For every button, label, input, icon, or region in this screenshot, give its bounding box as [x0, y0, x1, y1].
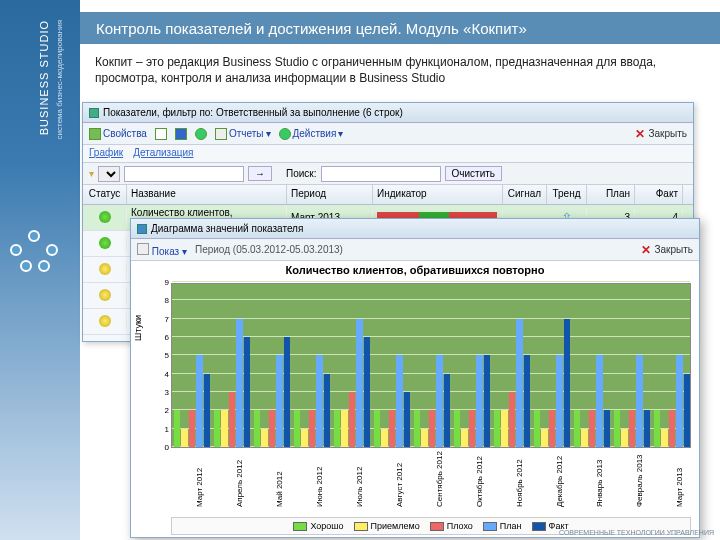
filter-input[interactable] — [124, 166, 244, 182]
bar — [341, 410, 347, 447]
col-indicator[interactable]: Индикатор — [373, 185, 503, 204]
x-tick-label: Сентябрь 2012 — [435, 451, 444, 507]
close-button[interactable]: ✕Закрыть — [641, 243, 693, 257]
x-tick-label: Апрель 2012 — [235, 460, 244, 507]
bar — [316, 355, 322, 447]
bar — [436, 355, 442, 447]
bar — [524, 355, 530, 447]
bar — [564, 319, 570, 447]
bar — [469, 410, 475, 447]
window-title-text: Диаграмма значений показателя — [151, 223, 303, 234]
page-description: Кокпит – это редакция Business Studio с … — [95, 55, 710, 86]
bar-group — [174, 355, 210, 447]
new-button[interactable] — [155, 128, 167, 140]
clear-button[interactable]: Очистить — [445, 166, 503, 181]
reports-button[interactable]: Отчеты ▾ — [215, 128, 271, 140]
bar — [229, 392, 235, 447]
funnel-icon[interactable]: ▾ — [89, 168, 94, 179]
close-button[interactable]: ✕Закрыть — [635, 127, 687, 141]
bar — [324, 374, 330, 447]
bar — [501, 410, 507, 447]
y-tick: 4 — [157, 370, 169, 379]
col-name[interactable]: Название — [127, 185, 287, 204]
report-icon — [215, 128, 227, 140]
chart-title: Количество клиентов, обратившихся повтор… — [131, 261, 699, 279]
period-label: Период (05.03.2012-05.03.2013) — [195, 244, 343, 255]
col-status[interactable]: Статус — [83, 185, 127, 204]
refresh-icon — [195, 128, 207, 140]
brand-text: BUSINESS STUDIO — [38, 20, 50, 135]
col-trend[interactable]: Тренд — [547, 185, 587, 204]
bar — [614, 410, 620, 447]
page-title: Контроль показателей и достижения целей.… — [96, 20, 527, 37]
col-period[interactable]: Период — [287, 185, 373, 204]
status-dot-icon — [99, 237, 111, 249]
filter-row: ▾ → Поиск: Очистить — [83, 163, 693, 185]
bar — [204, 374, 210, 447]
bar-group — [454, 355, 490, 447]
toolbar: Свойства Отчеты ▾ Действия ▾ ✕Закрыть — [83, 123, 693, 145]
col-fact[interactable]: Факт — [635, 185, 683, 204]
show-button[interactable]: Показ ▾ — [137, 243, 187, 257]
bar-group — [214, 319, 250, 447]
bar — [516, 319, 522, 447]
bar — [214, 410, 220, 447]
bar — [534, 410, 540, 447]
page-icon — [137, 243, 149, 255]
bar — [276, 355, 282, 447]
tab-chart[interactable]: График — [89, 147, 123, 160]
x-tick-label: Ноябрь 2012 — [515, 459, 524, 507]
bar — [414, 410, 420, 447]
status-dot-icon — [99, 315, 111, 327]
bar — [334, 410, 340, 447]
bar — [221, 410, 227, 447]
bar — [476, 355, 482, 447]
filter-select[interactable] — [98, 166, 120, 182]
y-tick: 5 — [157, 351, 169, 360]
footer-logo: СОВРЕМЕННЫЕ ТЕХНОЛОГИИ УПРАВЛЕНИЯ — [559, 529, 714, 536]
x-tick-label: Июнь 2012 — [315, 467, 324, 507]
bar — [629, 410, 635, 447]
x-tick-label: Февраль 2013 — [635, 454, 644, 507]
bar — [654, 410, 660, 447]
tab-detail[interactable]: Детализация — [133, 147, 193, 160]
bar — [676, 355, 682, 447]
window-titlebar[interactable]: Показатели, фильтр по: Ответственный за … — [83, 103, 693, 123]
col-signal[interactable]: Сигнал — [503, 185, 547, 204]
x-tick-label: Июль 2012 — [355, 467, 364, 507]
properties-icon — [89, 128, 101, 140]
x-tick-label: Март 2013 — [675, 468, 684, 507]
page-title-band: Контроль показателей и достижения целей.… — [80, 12, 720, 44]
grid-header: Статус Название Период Индикатор Сигнал … — [83, 185, 693, 205]
y-tick: 2 — [157, 406, 169, 415]
bar — [421, 429, 427, 447]
col-plan[interactable]: План — [587, 185, 635, 204]
window-titlebar[interactable]: Диаграмма значений показателя — [131, 219, 699, 239]
bar — [196, 355, 202, 447]
bar — [261, 429, 267, 447]
actions-button[interactable]: Действия ▾ — [279, 128, 344, 140]
window-icon — [89, 108, 99, 118]
search-input[interactable] — [321, 166, 441, 182]
bar — [574, 410, 580, 447]
bar — [661, 429, 667, 447]
refresh-button[interactable] — [195, 128, 207, 140]
x-tick-label: Январь 2013 — [595, 460, 604, 507]
x-axis-labels: Март 2012Апрель 2012Май 2012Июнь 2012Июл… — [171, 451, 691, 511]
status-dot-icon — [99, 289, 111, 301]
x-tick-label: Октябрь 2012 — [475, 456, 484, 507]
bar — [301, 429, 307, 447]
disk-icon — [175, 128, 187, 140]
bar — [669, 410, 675, 447]
bar-group — [614, 355, 650, 447]
bar — [549, 410, 555, 447]
bar — [294, 410, 300, 447]
y-tick: 7 — [157, 315, 169, 324]
filter-go-button[interactable]: → — [248, 166, 272, 181]
save-button[interactable] — [175, 128, 187, 140]
close-icon: ✕ — [641, 243, 651, 257]
bar — [284, 337, 290, 447]
properties-button[interactable]: Свойства — [89, 128, 147, 140]
chart-area: Количество клиентов, обратившихся повтор… — [131, 261, 699, 517]
left-sidebar: BUSINESS STUDIO система бизнес-моделиров… — [0, 0, 80, 540]
